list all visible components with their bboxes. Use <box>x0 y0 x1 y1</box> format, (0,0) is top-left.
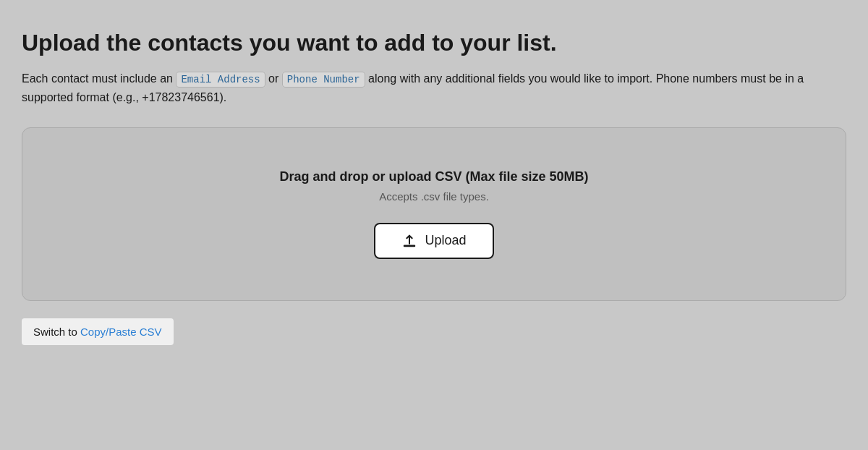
phone-number-tag: Phone Number <box>282 72 365 88</box>
upload-icon <box>401 233 417 249</box>
dropzone-title: Drag and drop or upload CSV (Max file si… <box>279 169 588 184</box>
footer-prefix: Switch to <box>33 326 80 338</box>
dropzone[interactable]: Drag and drop or upload CSV (Max file si… <box>22 127 846 301</box>
description-part1: Each contact must include an <box>22 72 176 85</box>
upload-button-label: Upload <box>425 233 466 248</box>
email-address-tag: Email Address <box>176 72 265 88</box>
svg-rect-0 <box>404 245 416 247</box>
upload-button[interactable]: Upload <box>374 223 493 259</box>
description: Each contact must include an Email Addre… <box>22 69 846 106</box>
page-title: Upload the contacts you want to add to y… <box>22 29 846 56</box>
footer-switch: Switch to Copy/Paste CSV <box>22 318 174 345</box>
copy-paste-csv-link[interactable]: Copy/Paste CSV <box>80 326 162 338</box>
or-text: or <box>265 72 282 85</box>
dropzone-subtitle: Accepts .csv file types. <box>379 190 489 203</box>
